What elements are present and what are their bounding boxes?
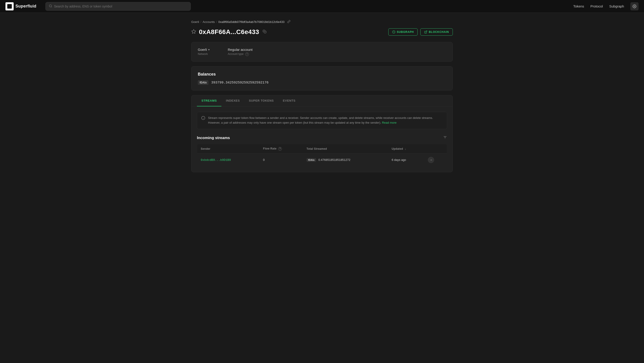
- flow-rate-help-icon[interactable]: ?: [278, 147, 282, 151]
- filter-icon[interactable]: [443, 135, 447, 140]
- nav-links: Tokens Protocol Subgraph: [573, 2, 638, 10]
- network-label: Network: [198, 52, 210, 55]
- page-title-left: 0xA8F66A...C6e433: [191, 28, 267, 36]
- tab-streams[interactable]: STREAMS: [197, 95, 222, 106]
- tabs-header: STREAMS INDEXES SUPER TOKENS EVENTS: [192, 95, 452, 106]
- table-body: 0xbdcdB9...b9D1B9 0 fDAIx 0.476851851851…: [197, 153, 447, 166]
- search-icon: [49, 4, 52, 8]
- info-circle-icon: [201, 116, 205, 121]
- balances-card: Balances fDAIx 393799.342592592592592592…: [191, 66, 453, 90]
- search-bar[interactable]: [46, 2, 191, 11]
- row-amount: 0.476851851851851272: [318, 158, 350, 162]
- copy-address-button[interactable]: [262, 29, 267, 35]
- title-actions: SUBGRAPH BLOCKCHAIN: [388, 28, 453, 36]
- row-updated: 6 days ago: [388, 153, 424, 166]
- logo-box: [6, 2, 14, 10]
- row-arrow-button[interactable]: →: [428, 157, 434, 163]
- sort-icon[interactable]: ↓: [405, 147, 406, 150]
- col-flow-rate: Flow Rate ?: [259, 144, 303, 153]
- balance-row: fDAIx 393799.342592592592592592176: [198, 80, 446, 85]
- search-input[interactable]: [54, 4, 187, 8]
- nav-subgraph[interactable]: Subgraph: [609, 4, 624, 8]
- logo-inner: [7, 4, 12, 9]
- breadcrumb-sep-1: /: [200, 20, 202, 23]
- read-more-label[interactable]: Read more: [382, 121, 396, 124]
- breadcrumb-network[interactable]: Goerli: [191, 20, 199, 23]
- streams-info-text: Stream represents super token flow betwe…: [208, 116, 443, 125]
- incoming-streams-title: Incoming streams: [197, 136, 230, 140]
- breadcrumb-accounts[interactable]: Accounts: [202, 20, 214, 23]
- breadcrumb-copy-icon[interactable]: [287, 20, 290, 24]
- balance-token-badge: fDAIx: [198, 80, 208, 85]
- account-type-value: Regular account: [228, 48, 252, 51]
- balances-title: Balances: [198, 72, 446, 77]
- account-type-help-icon[interactable]: ?: [245, 52, 249, 56]
- row-total-streamed: fDAIx 0.476851851851851272: [303, 153, 388, 166]
- settings-button[interactable]: [630, 2, 638, 10]
- col-actions: [424, 144, 447, 153]
- table-row: 0xbdcdB9...b9D1B9 0 fDAIx 0.476851851851…: [197, 153, 447, 166]
- row-sender: 0xbdcdB9...b9D1B9: [197, 153, 260, 166]
- breadcrumb-address: 0xa8f66a5ddb07f8df3a4ab7b708018d1b12c6e4…: [218, 20, 284, 23]
- streams-info-box: Stream represents super token flow betwe…: [197, 112, 447, 129]
- network-value: Goerli: [198, 48, 207, 51]
- tab-indexes[interactable]: INDEXES: [222, 95, 244, 106]
- blockchain-button[interactable]: BLOCKCHAIN: [420, 28, 453, 36]
- blockchain-btn-label: BLOCKCHAIN: [429, 30, 449, 33]
- row-token-badge: fDAIx: [306, 158, 316, 162]
- nav-protocol[interactable]: Protocol: [590, 4, 603, 8]
- account-info-card: Goerli ▾ Network Regular account Account…: [191, 42, 453, 62]
- network-field: Goerli ▾ Network: [198, 48, 210, 55]
- favorite-button[interactable]: [191, 29, 196, 35]
- col-updated: Updated ↓: [388, 144, 424, 153]
- svg-marker-2: [192, 29, 196, 33]
- page-title: 0xA8F66A...C6e433: [199, 28, 259, 36]
- page-title-row: 0xA8F66A...C6e433 SUBGRAPH BLO: [191, 28, 453, 36]
- svg-point-0: [49, 4, 52, 7]
- svg-point-1: [634, 6, 635, 7]
- subgraph-button[interactable]: SUBGRAPH: [388, 28, 418, 36]
- main-content: Goerli / Accounts / 0xa8f66a5ddb07f8df3a…: [186, 13, 458, 179]
- col-sender: Sender: [197, 144, 260, 153]
- subgraph-btn-label: SUBGRAPH: [397, 30, 414, 33]
- topnav: Superfluid Tokens Protocol Subgraph: [0, 0, 644, 13]
- account-type-field: Regular account Account type ?: [228, 48, 252, 56]
- table-header: Sender Flow Rate ? Total Streamed Update…: [197, 144, 447, 153]
- tab-super-tokens[interactable]: SUPER TOKENS: [244, 95, 278, 106]
- breadcrumb-sep-2: /: [216, 20, 217, 23]
- account-type-label: Account type ?: [228, 52, 252, 56]
- tab-events[interactable]: EVENTS: [278, 95, 300, 106]
- incoming-streams-header: Incoming streams: [197, 135, 447, 140]
- logo-text: Superfluid: [16, 4, 36, 9]
- row-flow-rate: 0: [259, 153, 303, 166]
- breadcrumb: Goerli / Accounts / 0xa8f66a5ddb07f8df3a…: [191, 20, 453, 24]
- tabs-container: STREAMS INDEXES SUPER TOKENS EVENTS Stre…: [191, 95, 453, 172]
- sender-link[interactable]: 0xbdcdB9...b9D1B9: [201, 158, 231, 162]
- svg-line-5: [426, 31, 427, 32]
- network-dropdown-icon[interactable]: ▾: [208, 48, 210, 51]
- incoming-streams-table: Sender Flow Rate ? Total Streamed Update…: [197, 144, 447, 167]
- svg-rect-3: [264, 31, 266, 33]
- logo-area: Superfluid: [6, 2, 42, 10]
- col-total-streamed: Total Streamed: [303, 144, 388, 153]
- row-action-cell: →: [424, 153, 447, 166]
- balance-amount: 393799.342592592592592592176: [211, 81, 268, 85]
- nav-tokens[interactable]: Tokens: [573, 4, 584, 8]
- tabs-content: Stream represents super token flow betwe…: [192, 106, 452, 172]
